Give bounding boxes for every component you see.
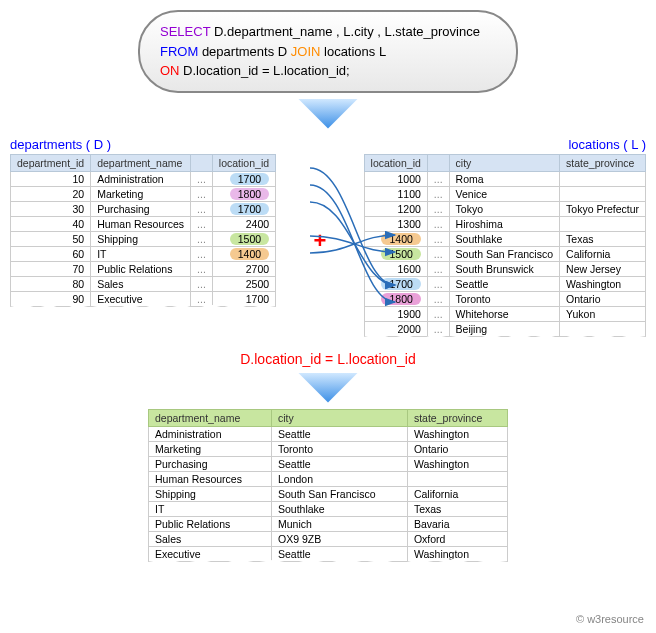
cell: 1200: [364, 201, 427, 216]
location-pill: 1700: [381, 278, 420, 290]
cell: ...: [427, 186, 449, 201]
cell: 20: [11, 186, 91, 201]
cell: ...: [427, 246, 449, 261]
location-pill: 1700: [230, 173, 269, 185]
table-row: 2000...Beijing: [364, 321, 645, 336]
select-columns: D.department_name , L.city , L.state_pro…: [210, 24, 480, 39]
table-row: 1800...TorontoOntario: [364, 291, 645, 306]
table-row: 1300...Hiroshima: [364, 216, 645, 231]
cell: California: [560, 246, 646, 261]
cell: 1700: [212, 291, 275, 306]
from-text: departments D: [198, 44, 291, 59]
column-header: department_name: [91, 154, 191, 171]
cell: 1600: [364, 261, 427, 276]
cell: New Jersey: [560, 261, 646, 276]
location-pill: 1500: [381, 248, 420, 260]
cell: 70: [11, 261, 91, 276]
cell: [560, 321, 646, 336]
cell: ...: [427, 261, 449, 276]
cell: South Brunswick: [449, 261, 559, 276]
table-row: MarketingTorontoOntario: [149, 441, 508, 456]
table-row: 30Purchasing...1700: [11, 201, 276, 216]
cell: Oxford: [407, 531, 507, 546]
cell: Toronto: [449, 291, 559, 306]
location-pill: 1800: [381, 293, 420, 305]
column-header: [191, 154, 213, 171]
source-tables-row: departments ( D ) department_iddepartmen…: [10, 135, 646, 337]
table-row: 1100...Venice: [364, 186, 645, 201]
cell: 1100: [364, 186, 427, 201]
column-header: department_id: [11, 154, 91, 171]
cell: Whitehorse: [449, 306, 559, 321]
table-row: 60IT...1400: [11, 246, 276, 261]
cell: South San Francisco: [449, 246, 559, 261]
cell: 1000: [364, 171, 427, 186]
table-row: 1700...SeattleWashington: [364, 276, 645, 291]
table-row: 1500...South San FranciscoCalifornia: [364, 246, 645, 261]
table-row: ShippingSouth San FranciscoCalifornia: [149, 486, 508, 501]
cell: 2500: [212, 276, 275, 291]
locations-table-wrap: locations ( L ) location_idcitystate_pro…: [364, 135, 646, 337]
cell: Human Resources: [91, 216, 191, 231]
sql-line-3: ON D.location_id = L.location_id;: [160, 61, 496, 81]
cell: 1500: [212, 231, 275, 246]
cell: ...: [191, 291, 213, 306]
table-row: 1900...WhitehorseYukon: [364, 306, 645, 321]
cell: ...: [191, 171, 213, 186]
location-pill: 1400: [230, 248, 269, 260]
table-row: 1400...SouthlakeTexas: [364, 231, 645, 246]
cell: [560, 186, 646, 201]
table-row: 40Human Resources...2400: [11, 216, 276, 231]
plus-icon: +: [313, 228, 326, 254]
table-row: AdministrationSeattleWashington: [149, 426, 508, 441]
cell: Southlake: [449, 231, 559, 246]
on-keyword: ON: [160, 63, 180, 78]
cell: Marketing: [91, 186, 191, 201]
cell: [560, 171, 646, 186]
join-text: locations L: [320, 44, 386, 59]
cell: 1900: [364, 306, 427, 321]
location-pill: 1800: [230, 188, 269, 200]
result-table: department_namecitystate_province Admini…: [148, 409, 508, 562]
cell: ...: [427, 216, 449, 231]
cell: Shipping: [149, 486, 272, 501]
cell: 1400: [364, 231, 427, 246]
locations-label: locations ( L ): [364, 135, 646, 154]
arrow-down-icon: [298, 99, 358, 129]
select-keyword: SELECT: [160, 24, 210, 39]
table-row: 50Shipping...1500: [11, 231, 276, 246]
cell: Munich: [272, 516, 408, 531]
cell: ...: [191, 186, 213, 201]
cell: Human Resources: [149, 471, 272, 486]
cell: Venice: [449, 186, 559, 201]
table-row: 1600...South BrunswickNew Jersey: [364, 261, 645, 276]
table-row: SalesOX9 9ZBOxford: [149, 531, 508, 546]
cell: Ontario: [560, 291, 646, 306]
cell: Toronto: [272, 441, 408, 456]
column-header: location_id: [364, 154, 427, 171]
table-row: 1200...TokyoTokyo Prefectur: [364, 201, 645, 216]
cell: Washington: [407, 456, 507, 471]
cell: Beijing: [449, 321, 559, 336]
cell: ...: [191, 201, 213, 216]
cell: OX9 9ZB: [272, 531, 408, 546]
departments-table: department_iddepartment_namelocation_id …: [10, 154, 276, 307]
cell: Texas: [560, 231, 646, 246]
cell: Seattle: [449, 276, 559, 291]
sql-line-2: FROM departments D JOIN locations L: [160, 42, 496, 62]
cell: California: [407, 486, 507, 501]
cell: 1700: [212, 171, 275, 186]
cell: Public Relations: [91, 261, 191, 276]
table-row: Human ResourcesLondon: [149, 471, 508, 486]
cell: Executive: [91, 291, 191, 306]
cell: Sales: [91, 276, 191, 291]
cell: Hiroshima: [449, 216, 559, 231]
location-pill: 1400: [381, 233, 420, 245]
join-condition-text: D.location_id = L.location_id: [10, 351, 646, 367]
sql-line-1: SELECT D.department_name , L.city , L.st…: [160, 22, 496, 42]
cell: Yukon: [560, 306, 646, 321]
cell: ...: [427, 306, 449, 321]
cell: 2400: [212, 216, 275, 231]
cell: Seattle: [272, 546, 408, 561]
location-pill: 1700: [230, 203, 269, 215]
